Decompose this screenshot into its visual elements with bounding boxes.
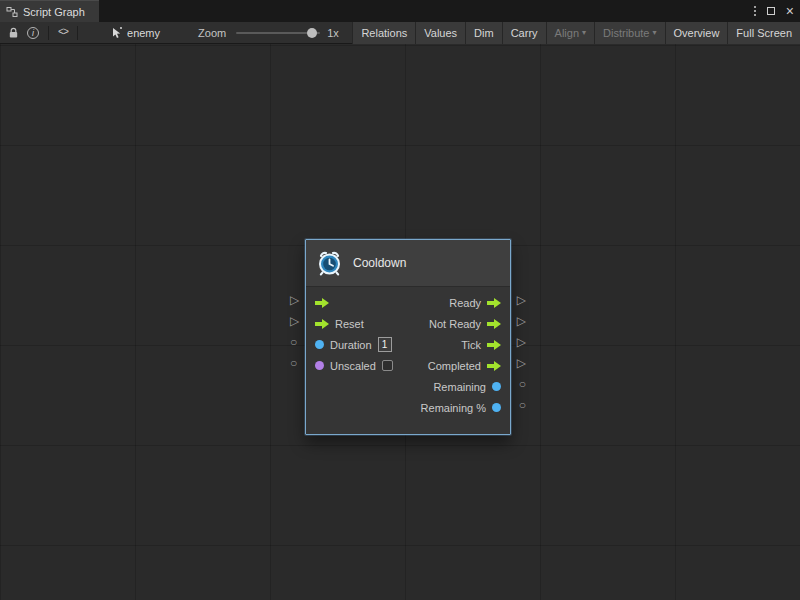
flow-output-port-marker[interactable]: ▷ <box>517 357 526 369</box>
remaining-percent-value-output-port[interactable]: Remaining % <box>421 402 501 414</box>
chevron-down-icon: ▾ <box>582 28 586 37</box>
bool-port-icon <box>315 361 324 370</box>
flow-input-port-marker[interactable]: ▷ <box>290 315 299 327</box>
value-input-port-marker[interactable]: ○ <box>290 357 297 369</box>
unscaled-checkbox[interactable] <box>382 360 393 371</box>
value-output-port-marker[interactable]: ○ <box>519 399 526 411</box>
duration-value-input-port[interactable]: Duration <box>315 337 392 352</box>
cooldown-node-area: ▷ ▷ ○ ○ ▷ ▷ ▷ ▷ ○ ○ <box>288 239 528 435</box>
port-row: Remaining <box>306 376 510 397</box>
zoom-slider[interactable] <box>236 32 320 34</box>
script-graph-icon <box>6 6 18 18</box>
align-dropdown[interactable]: Align▾ <box>546 22 594 44</box>
toolbar-separator <box>77 26 78 40</box>
remaining-value-output-port[interactable]: Remaining <box>433 381 501 393</box>
value-output-port-marker[interactable]: ○ <box>519 378 526 390</box>
number-port-icon <box>492 403 501 412</box>
port-row: Duration Tick <box>306 334 510 355</box>
toolbar-separator <box>48 26 49 40</box>
number-port-icon <box>315 340 324 349</box>
alarm-clock-icon <box>316 250 343 277</box>
chevron-down-icon: ▾ <box>653 28 657 37</box>
flow-arrow-icon <box>315 298 329 308</box>
tick-flow-output-port[interactable]: Tick <box>461 339 501 351</box>
script-graph-window: Script Graph × i <> enemy <box>0 0 800 600</box>
port-row: Unscaled Completed <box>306 355 510 376</box>
graph-breadcrumb[interactable]: enemy <box>111 27 160 39</box>
node-body: Ready Reset Not Ready <box>306 287 510 434</box>
not-ready-flow-output-port[interactable]: Not Ready <box>429 318 501 330</box>
zoom-slider-knob[interactable] <box>307 28 317 38</box>
graph-canvas[interactable]: ▷ ▷ ○ ○ ▷ ▷ ▷ ▷ ○ ○ <box>0 44 800 600</box>
completed-flow-output-port[interactable]: Completed <box>428 360 501 372</box>
flow-output-port-marker[interactable]: ▷ <box>517 336 526 348</box>
number-port-icon <box>492 382 501 391</box>
distribute-dropdown[interactable]: Distribute▾ <box>594 22 664 44</box>
node-title: Cooldown <box>353 256 406 270</box>
pointer-icon <box>111 27 123 39</box>
graph-name: enemy <box>127 27 160 39</box>
node-header[interactable]: Cooldown <box>306 240 510 287</box>
duration-field[interactable] <box>378 337 392 352</box>
overview-button[interactable]: Overview <box>665 22 728 44</box>
tab-label: Script Graph <box>23 6 85 18</box>
lock-icon[interactable] <box>4 22 23 44</box>
full-screen-button[interactable]: Full Screen <box>727 22 800 44</box>
reset-flow-input-port[interactable]: Reset <box>315 318 364 330</box>
zoom-level: 1x <box>327 27 339 39</box>
flow-arrow-icon <box>487 298 501 308</box>
port-row: Reset Not Ready <box>306 313 510 334</box>
graph-toolbar: i <> enemy Zoom 1x Relations Values Dim … <box>0 22 800 44</box>
flow-input-port-marker[interactable]: ▷ <box>290 294 299 306</box>
info-icon[interactable]: i <box>23 22 43 44</box>
relations-button[interactable]: Relations <box>352 22 415 44</box>
carry-button[interactable]: Carry <box>502 22 546 44</box>
tab-script-graph[interactable]: Script Graph <box>0 0 99 22</box>
ready-flow-output-port[interactable]: Ready <box>449 297 501 309</box>
zoom-label: Zoom <box>198 27 226 39</box>
cooldown-node[interactable]: Cooldown Ready <box>305 239 511 435</box>
close-icon[interactable]: × <box>784 4 796 18</box>
toolbar-buttons: Relations Values Dim Carry Align▾ Distri… <box>352 22 800 44</box>
code-view-icon[interactable]: <> <box>54 22 72 44</box>
flow-arrow-icon <box>487 361 501 371</box>
port-row: Remaining % <box>306 397 510 418</box>
flow-output-port-marker[interactable]: ▷ <box>517 294 526 306</box>
window-menu-icon[interactable] <box>752 3 758 19</box>
titlebar: Script Graph × <box>0 0 800 22</box>
enter-flow-input-port[interactable] <box>315 298 335 308</box>
flow-arrow-icon <box>315 319 329 329</box>
flow-arrow-icon <box>487 319 501 329</box>
maximize-icon[interactable] <box>767 7 775 15</box>
flow-arrow-icon <box>487 340 501 350</box>
values-button[interactable]: Values <box>415 22 465 44</box>
flow-output-port-marker[interactable]: ▷ <box>517 315 526 327</box>
dim-button[interactable]: Dim <box>465 22 502 44</box>
unscaled-bool-input-port[interactable]: Unscaled <box>315 360 393 372</box>
port-row: Ready <box>306 292 510 313</box>
window-controls: × <box>752 0 796 22</box>
value-input-port-marker[interactable]: ○ <box>290 336 297 348</box>
